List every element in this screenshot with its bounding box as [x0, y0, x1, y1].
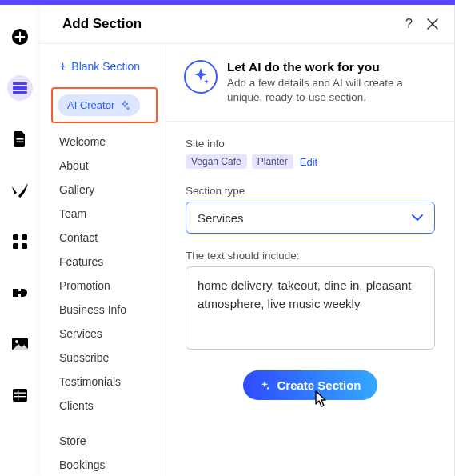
- category-item[interactable]: Clients: [51, 394, 161, 418]
- svg-rect-12: [13, 389, 27, 402]
- category-item[interactable]: About: [51, 154, 161, 178]
- ai-form-column: Let AI do the work for you Add a few det…: [166, 44, 454, 476]
- category-item[interactable]: Gallery: [51, 178, 161, 202]
- add-section-panel: Add Section ? + Blank Section AI Creator: [40, 5, 455, 476]
- cursor-icon: [313, 390, 329, 409]
- svg-point-11: [15, 340, 18, 343]
- create-section-button[interactable]: Create Section: [243, 370, 377, 400]
- category-item[interactable]: Contact: [51, 226, 161, 250]
- ai-intro-title: Let AI do the work for you: [227, 60, 437, 74]
- category-item[interactable]: Testimonials: [51, 370, 161, 394]
- svg-rect-2: [13, 86, 27, 90]
- text-include-group: The text should include: home delivery, …: [186, 250, 435, 350]
- ai-intro: Let AI do the work for you Add a few det…: [166, 44, 454, 122]
- apps-icon[interactable]: [7, 229, 33, 254]
- category-item[interactable]: Services: [51, 322, 161, 346]
- svg-rect-9: [22, 243, 27, 249]
- blank-section-link[interactable]: + Blank Section: [51, 55, 161, 87]
- ai-creator-tab[interactable]: AI Creator: [58, 94, 140, 116]
- svg-rect-7: [22, 234, 27, 240]
- sparkle-icon: [119, 100, 130, 111]
- edit-site-info-link[interactable]: Edit: [300, 156, 317, 168]
- category-item[interactable]: Store: [51, 429, 161, 453]
- ai-creator-highlight: AI Creator: [51, 87, 158, 123]
- site-info-chip: Vegan Cafe: [186, 154, 247, 169]
- svg-rect-13: [14, 393, 26, 394]
- help-icon[interactable]: ?: [405, 17, 413, 31]
- categories-column: + Blank Section AI Creator WelcomeAboutG…: [40, 44, 166, 476]
- category-item[interactable]: Welcome: [51, 130, 161, 154]
- site-info-group: Site info Vegan CafePlanterEdit: [186, 138, 435, 169]
- category-item[interactable]: Business Info: [51, 298, 161, 322]
- category-item[interactable]: Bookings: [51, 453, 161, 476]
- svg-rect-8: [13, 243, 18, 249]
- page-icon[interactable]: [7, 126, 33, 152]
- tool-rail: [0, 5, 40, 476]
- image-icon[interactable]: [7, 331, 33, 357]
- section-type-label: Section type: [186, 185, 435, 197]
- add-icon[interactable]: [7, 24, 33, 50]
- integrations-icon[interactable]: [7, 280, 33, 306]
- section-type-group: Section type Services: [186, 185, 435, 234]
- category-item[interactable]: Features: [51, 250, 161, 274]
- site-info-label: Site info: [186, 138, 435, 150]
- sections-icon[interactable]: [7, 75, 33, 101]
- text-include-input[interactable]: home delivery, takeout, dine in, pleasan…: [186, 266, 435, 350]
- svg-rect-1: [13, 82, 27, 85]
- svg-rect-4: [17, 138, 24, 140]
- svg-rect-3: [13, 91, 27, 94]
- category-item[interactable]: Subscribe: [51, 346, 161, 370]
- data-icon[interactable]: [7, 382, 33, 408]
- panel-title: Add Section: [62, 16, 142, 32]
- svg-rect-6: [13, 234, 18, 240]
- ai-creator-label: AI Creator: [67, 99, 114, 111]
- svg-rect-15: [18, 390, 18, 401]
- svg-rect-5: [17, 142, 24, 143]
- category-item[interactable]: Promotion: [51, 274, 161, 298]
- category-item[interactable]: Team: [51, 202, 161, 226]
- chevron-down-icon: [412, 214, 423, 221]
- close-icon[interactable]: [427, 18, 438, 30]
- sparkle-icon: [259, 380, 270, 391]
- panel-header: Add Section ?: [40, 5, 454, 44]
- blank-section-label: Blank Section: [71, 60, 140, 73]
- site-info-chip: Planter: [252, 154, 293, 169]
- text-include-label: The text should include:: [186, 250, 435, 262]
- svg-rect-14: [14, 396, 26, 397]
- section-type-value: Services: [198, 211, 244, 225]
- ai-badge-icon: [184, 60, 218, 94]
- svg-point-16: [267, 387, 269, 389]
- section-type-select[interactable]: Services: [186, 202, 435, 234]
- design-icon[interactable]: [7, 178, 33, 203]
- ai-intro-desc: Add a few details and AI will create a u…: [227, 76, 437, 105]
